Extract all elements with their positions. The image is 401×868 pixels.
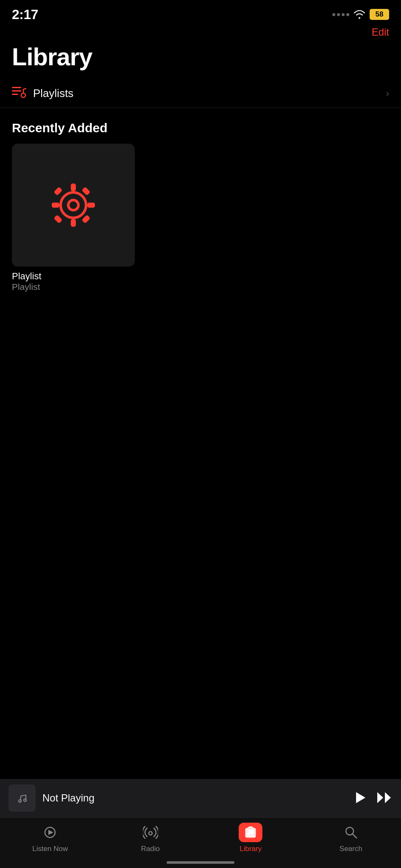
album-art (12, 144, 135, 267)
svg-marker-18 (48, 830, 53, 835)
svg-line-24 (352, 834, 356, 838)
svg-rect-12 (81, 186, 90, 195)
tab-radio[interactable]: Radio (100, 823, 201, 853)
svg-line-5 (23, 89, 26, 89)
battery-indicator: 58 (370, 9, 389, 20)
search-icon (344, 826, 358, 839)
tab-library[interactable]: Library (200, 823, 301, 853)
listen-now-icon (43, 826, 57, 839)
page-title: Library (12, 42, 389, 71)
music-note-icon (16, 792, 28, 804)
now-playing-thumbnail (8, 785, 36, 812)
now-playing-title: Not Playing (42, 792, 348, 804)
tab-radio-label: Radio (141, 845, 160, 853)
svg-point-16 (24, 799, 26, 801)
playlists-icon (12, 86, 26, 101)
tab-listen-now-label: Listen Now (32, 845, 68, 853)
svg-point-19 (149, 832, 152, 835)
tab-listen-now[interactable]: Listen Now (0, 823, 100, 853)
status-bar: 2:17 58 (0, 0, 401, 23)
svg-rect-10 (87, 203, 95, 208)
svg-rect-11 (53, 186, 62, 195)
svg-rect-7 (71, 184, 76, 191)
radio-icon (143, 826, 158, 839)
album-card[interactable]: Playlist Playlist (12, 144, 135, 292)
recently-added-title: Recently Added (12, 121, 389, 135)
status-icons: 58 (332, 9, 389, 20)
playlists-row[interactable]: Playlists › (0, 79, 401, 108)
page-title-section: Library (0, 38, 401, 79)
svg-point-6 (68, 200, 78, 210)
svg-point-3 (21, 93, 25, 97)
edit-button[interactable]: Edit (372, 26, 389, 38)
radio-icon-wrap (139, 823, 162, 842)
album-subtitle: Playlist (12, 282, 135, 292)
svg-point-22 (251, 832, 253, 835)
library-icon-wrap (239, 823, 262, 842)
play-button[interactable] (354, 791, 366, 805)
svg-rect-1 (12, 90, 21, 92)
library-icon (245, 826, 256, 838)
gear-icon (42, 173, 105, 237)
svg-rect-13 (53, 214, 62, 223)
fast-forward-button[interactable] (376, 791, 393, 805)
search-icon-wrap (339, 823, 363, 842)
chevron-right-icon: › (386, 88, 389, 99)
recently-added-section: Recently Added (0, 108, 401, 300)
svg-rect-2 (12, 94, 18, 95)
svg-point-15 (19, 800, 21, 802)
listen-now-icon-wrap (38, 823, 62, 842)
battery-level: 58 (376, 10, 384, 19)
svg-rect-9 (52, 203, 59, 208)
signal-icon (332, 13, 349, 16)
svg-rect-14 (81, 214, 90, 223)
svg-rect-8 (71, 219, 76, 227)
tab-search[interactable]: Search (301, 823, 401, 853)
wifi-icon (354, 10, 365, 19)
svg-point-21 (247, 833, 249, 835)
album-title: Playlist (12, 271, 135, 282)
home-indicator (167, 861, 234, 864)
svg-rect-0 (12, 87, 21, 88)
playlists-label: Playlists (33, 87, 386, 100)
now-playing-bar[interactable]: Not Playing (0, 779, 401, 817)
now-playing-controls (354, 791, 393, 805)
tab-search-label: Search (340, 845, 362, 853)
tab-bar: Listen Now Radio (0, 817, 401, 868)
tab-library-label: Library (239, 845, 262, 853)
album-grid: Playlist Playlist (12, 144, 389, 292)
page-header: Edit (0, 23, 401, 38)
status-time: 2:17 (12, 7, 38, 22)
